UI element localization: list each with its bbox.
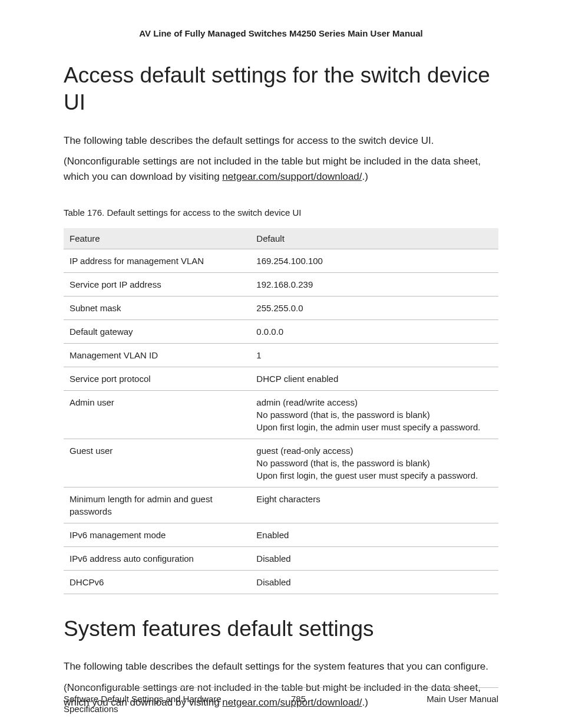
table-row: Service port protocolDHCP client enabled bbox=[64, 367, 498, 391]
feature-cell: DHCPv6 bbox=[64, 571, 250, 594]
feature-cell: IPv6 management mode bbox=[64, 523, 250, 547]
default-cell: DHCP client enabled bbox=[250, 367, 498, 391]
table-row: Admin useradmin (read/write access)No pa… bbox=[64, 391, 498, 439]
feature-cell: Minimum length for admin and guest passw… bbox=[64, 487, 250, 523]
feature-cell: Service port protocol bbox=[64, 367, 250, 391]
default-line: Upon first login, the admin user must sp… bbox=[256, 421, 492, 433]
document-page: AV Line of Fully Managed Switches M4250 … bbox=[0, 0, 562, 728]
table-row: Minimum length for admin and guest passw… bbox=[64, 487, 498, 523]
default-line: No password (that is, the password is bl… bbox=[256, 457, 492, 469]
feature-cell: Guest user bbox=[64, 439, 250, 487]
default-cell: 255.255.0.0 bbox=[250, 297, 498, 320]
table-row: Subnet mask255.255.0.0 bbox=[64, 297, 498, 320]
section1-paragraph-2: (Nonconfigurable settings are not includ… bbox=[64, 154, 498, 184]
default-cell: 1 bbox=[250, 344, 498, 367]
table-row: DHCPv6Disabled bbox=[64, 571, 498, 594]
table-row: IPv6 address auto configurationDisabled bbox=[64, 547, 498, 571]
table-row: IP address for management VLAN169.254.10… bbox=[64, 249, 498, 273]
default-cell: admin (read/write access)No password (th… bbox=[250, 391, 498, 439]
default-cell: Disabled bbox=[250, 571, 498, 594]
section1-paragraph-1: The following table describes the defaul… bbox=[64, 133, 498, 149]
table-row: Management VLAN ID1 bbox=[64, 344, 498, 367]
footer-left: Software Default Settings and Hardware S… bbox=[64, 694, 229, 714]
feature-cell: Default gateway bbox=[64, 320, 250, 344]
table-row: IPv6 management modeEnabled bbox=[64, 523, 498, 547]
defaults-table: Feature Default IP address for managemen… bbox=[64, 228, 498, 594]
feature-cell: Management VLAN ID bbox=[64, 344, 250, 367]
default-cell: 169.254.100.100 bbox=[250, 249, 498, 273]
default-cell: 192.168.0.239 bbox=[250, 273, 498, 297]
table-row: Default gateway0.0.0.0 bbox=[64, 320, 498, 344]
feature-cell: Service port IP address bbox=[64, 273, 250, 297]
table-caption: Table 176. Default settings for access t… bbox=[64, 207, 498, 218]
feature-cell: Subnet mask bbox=[64, 297, 250, 320]
section-title-access-defaults: Access default settings for the switch d… bbox=[64, 62, 498, 117]
default-cell: guest (read-only access)No password (tha… bbox=[250, 439, 498, 487]
table-header-row: Feature Default bbox=[64, 228, 498, 249]
support-download-link[interactable]: netgear.com/support/download/ bbox=[222, 171, 362, 182]
default-line: admin (read/write access) bbox=[256, 396, 492, 409]
section1-para2-post: .) bbox=[362, 171, 368, 182]
section2-paragraph-1: The following table describes the defaul… bbox=[64, 659, 498, 674]
column-header-feature: Feature bbox=[64, 228, 250, 249]
table-row: Service port IP address192.168.0.239 bbox=[64, 273, 498, 297]
table-row: Guest userguest (read-only access)No pas… bbox=[64, 439, 498, 487]
default-cell: 0.0.0.0 bbox=[250, 320, 498, 344]
default-cell: Enabled bbox=[250, 523, 498, 547]
running-header: AV Line of Fully Managed Switches M4250 … bbox=[64, 28, 498, 38]
footer-page-number: 785 bbox=[229, 694, 368, 714]
feature-cell: IPv6 address auto configuration bbox=[64, 547, 250, 571]
default-line: No password (that is, the password is bl… bbox=[256, 409, 492, 421]
default-cell: Eight characters bbox=[250, 487, 498, 523]
default-cell: Disabled bbox=[250, 547, 498, 571]
footer-right: Main User Manual bbox=[368, 694, 498, 714]
default-line: guest (read-only access) bbox=[256, 444, 492, 457]
column-header-default: Default bbox=[250, 228, 498, 249]
feature-cell: Admin user bbox=[64, 391, 250, 439]
page-footer: Software Default Settings and Hardware S… bbox=[64, 687, 498, 714]
default-line: Upon first login, the guest user must sp… bbox=[256, 469, 492, 482]
feature-cell: IP address for management VLAN bbox=[64, 249, 250, 273]
section-title-system-features: System features default settings bbox=[64, 615, 498, 643]
